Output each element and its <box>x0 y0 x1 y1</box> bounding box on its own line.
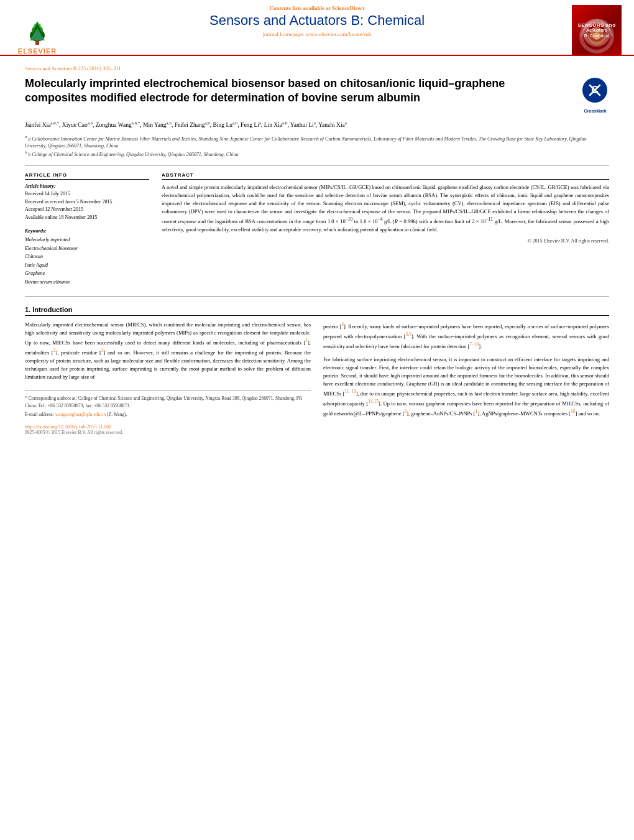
journal-header-center: Contents lists available at ScienceDirec… <box>68 5 566 42</box>
authors-line: Jianfei Xiaa,b,*, Xiyue Caoa,b, Zonghua … <box>25 120 609 129</box>
article-info-panel: ARTICLE INFO Article history: Received 1… <box>25 172 149 287</box>
doi-footer: http://dx.doi.org/10.1016/j.snb.2015.11.… <box>25 423 311 430</box>
article-title-text: Molecularly imprinted electrochemical bi… <box>25 76 581 106</box>
article-content: Sensors and Actuators B 225 (2016) 305–3… <box>0 56 634 445</box>
footnote-text: * Corresponding authors at: College of C… <box>25 395 311 409</box>
keywords-title: Keywords: <box>25 228 149 234</box>
article-history: Article history: Received 14 July 2015 R… <box>25 183 149 222</box>
footnote-section: * Corresponding authors at: College of C… <box>25 390 311 435</box>
elsevier-logo: ELSEVIER <box>12 5 62 55</box>
introduction-columns: Molecularly imprinted electrochemical se… <box>25 321 609 436</box>
intro-para-1: Molecularly imprinted electrochemical se… <box>25 321 311 382</box>
crossmark-logo: C CrossMark <box>581 76 609 114</box>
elsevier-brand-label: ELSEVIER <box>18 47 57 55</box>
introduction-section: 1. Introduction Molecularly imprinted el… <box>25 306 609 436</box>
sciencedirect-link[interactable]: ScienceDirect <box>332 5 364 11</box>
page: ELSEVIER Contents lists available at Sci… <box>0 0 634 840</box>
copyright-notice: © 2015 Elsevier B.V. All rights reserved… <box>162 238 609 244</box>
intro-para-right-2: For fabricating surface imprinting elect… <box>323 356 609 418</box>
journal-homepage: journal homepage: www.elsevier.com/locat… <box>263 31 372 37</box>
article-title-block: Molecularly imprinted electrochemical bi… <box>25 76 609 114</box>
revised-date: Received in revised form 5 November 2015 <box>25 198 149 206</box>
affiliation-a: a a Collaborative Innovation Center for … <box>25 134 609 149</box>
keyword-1: Molecularly imprinted <box>25 236 149 244</box>
keyword-6: Bovine serum albumin <box>25 278 149 287</box>
sensors-logo-text: SENSORS and <box>577 22 615 28</box>
accepted-date: Accepted 12 November 2015 <box>25 206 149 214</box>
keyword-5: Graphene <box>25 269 149 278</box>
available-date: Available online 18 November 2015 <box>25 214 149 222</box>
email-link[interactable]: wangzonghua@qdu.edu.cn <box>55 412 106 417</box>
article-body: ARTICLE INFO Article history: Received 1… <box>25 165 609 287</box>
section-divider <box>25 296 609 297</box>
article-info-label: ARTICLE INFO <box>25 172 149 180</box>
received-date: Received 14 July 2015 <box>25 190 149 198</box>
affiliations: a a Collaborative Innovation Center for … <box>25 134 609 158</box>
abstract-section: ABSTRACT A novel and simple protein mole… <box>162 172 609 287</box>
svg-rect-4 <box>35 40 39 45</box>
template-word: template <box>270 330 288 336</box>
sensors-actuators-logo: SENSORS and AcTuators B: Chemical <box>572 5 622 55</box>
citation-line: Sensors and Actuators B 225 (2016) 305–3… <box>25 65 609 72</box>
intro-para-right-1: protein [4]. Recently, many kinds of sur… <box>323 321 609 351</box>
journal-url[interactable]: www.elsevier.com/locate/snb <box>306 31 371 37</box>
keyword-3: Chitosan <box>25 252 149 261</box>
keywords-section: Keywords: Molecularly imprinted Electroc… <box>25 228 149 287</box>
issn-line: 0925-4005/© 2015 Elsevier B.V. All right… <box>25 430 311 435</box>
history-title: Article history: <box>25 183 149 189</box>
section-1-heading: 1. Introduction <box>25 306 609 316</box>
abstract-text: A novel and simple protein molecularly i… <box>162 183 609 234</box>
keyword-2: Electrochemical biosensor <box>25 244 149 253</box>
elsevier-tree-icon <box>24 18 52 46</box>
intro-left-column: Molecularly imprinted electrochemical se… <box>25 321 311 436</box>
abstract-label: ABSTRACT <box>162 172 609 180</box>
affiliation-b: b b College of Chemical Science and Engi… <box>25 149 609 158</box>
journal-header: ELSEVIER Contents lists available at Sci… <box>0 0 634 56</box>
keyword-4: Ionic liquid <box>25 261 149 270</box>
contents-available: Contents lists available at ScienceDirec… <box>270 5 365 11</box>
intro-right-column: protein [4]. Recently, many kinds of sur… <box>323 321 609 436</box>
email-footnote: E-mail address: wangzonghua@qdu.edu.cn (… <box>25 411 311 418</box>
actuators-logo-text: AcTuators <box>577 28 615 32</box>
journal-title: Sensors and Actuators B: Chemical <box>209 12 425 29</box>
doi-footer-link[interactable]: http://dx.doi.org/10.1016/j.snb.2015.11.… <box>25 424 111 430</box>
